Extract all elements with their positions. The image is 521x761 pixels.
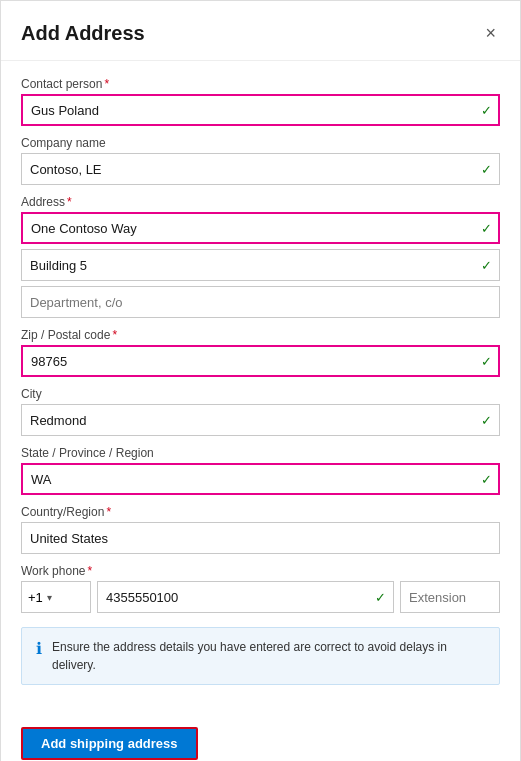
info-text: Ensure the address details you have ente… xyxy=(52,638,485,674)
address-line1-input[interactable] xyxy=(21,212,500,244)
info-icon: ℹ xyxy=(36,639,42,658)
phone-country-selector[interactable]: +1 ▾ xyxy=(21,581,91,613)
add-address-dialog: Add Address × Contact person* ✓ Company … xyxy=(0,0,521,761)
address-line2-input-wrapper: ✓ xyxy=(21,249,500,281)
required-star: * xyxy=(104,77,109,91)
city-group: City ✓ xyxy=(21,387,500,436)
address-label: Address* xyxy=(21,195,500,209)
city-label: City xyxy=(21,387,500,401)
phone-country-code: +1 xyxy=(28,590,43,605)
extension-input[interactable] xyxy=(400,581,500,613)
address-line3-input[interactable] xyxy=(21,286,500,318)
city-input-wrapper: ✓ xyxy=(21,404,500,436)
company-name-label: Company name xyxy=(21,136,500,150)
address-line3-input-wrapper xyxy=(21,286,500,318)
work-phone-group: Work phone* +1 ▾ ✓ xyxy=(21,564,500,613)
phone-number-wrapper: ✓ xyxy=(97,581,394,613)
dialog-footer: Add shipping address xyxy=(1,715,520,761)
close-button[interactable]: × xyxy=(481,19,500,48)
contact-person-label: Contact person* xyxy=(21,77,500,91)
close-icon: × xyxy=(485,23,496,44)
state-input-wrapper: ✓ xyxy=(21,463,500,495)
zip-group: Zip / Postal code* ✓ xyxy=(21,328,500,377)
chevron-down-icon: ▾ xyxy=(47,592,52,603)
company-name-group: Company name ✓ xyxy=(21,136,500,185)
work-phone-label: Work phone* xyxy=(21,564,500,578)
dialog-header: Add Address × xyxy=(1,1,520,61)
zip-input[interactable] xyxy=(21,345,500,377)
state-label: State / Province / Region xyxy=(21,446,500,460)
info-box: ℹ Ensure the address details you have en… xyxy=(21,627,500,685)
dialog-title: Add Address xyxy=(21,22,145,45)
work-phone-required-star: * xyxy=(87,564,92,578)
phone-number-input[interactable] xyxy=(97,581,394,613)
country-group: Country/Region* xyxy=(21,505,500,554)
company-name-input-wrapper: ✓ xyxy=(21,153,500,185)
address-required-star: * xyxy=(67,195,72,209)
state-group: State / Province / Region ✓ xyxy=(21,446,500,495)
country-label: Country/Region* xyxy=(21,505,500,519)
address-group: Address* ✓ ✓ xyxy=(21,195,500,318)
dialog-body: Contact person* ✓ Company name ✓ Address… xyxy=(1,61,520,715)
contact-person-input-wrapper: ✓ xyxy=(21,94,500,126)
add-shipping-address-button[interactable]: Add shipping address xyxy=(21,727,198,760)
country-input[interactable] xyxy=(21,522,500,554)
company-name-input[interactable] xyxy=(21,153,500,185)
address-line2-input[interactable] xyxy=(21,249,500,281)
contact-person-group: Contact person* ✓ xyxy=(21,77,500,126)
country-input-wrapper xyxy=(21,522,500,554)
state-input[interactable] xyxy=(21,463,500,495)
city-input[interactable] xyxy=(21,404,500,436)
zip-label: Zip / Postal code* xyxy=(21,328,500,342)
phone-row: +1 ▾ ✓ xyxy=(21,581,500,613)
address-line1-input-wrapper: ✓ xyxy=(21,212,500,244)
zip-required-star: * xyxy=(112,328,117,342)
zip-input-wrapper: ✓ xyxy=(21,345,500,377)
contact-person-input[interactable] xyxy=(21,94,500,126)
country-required-star: * xyxy=(106,505,111,519)
